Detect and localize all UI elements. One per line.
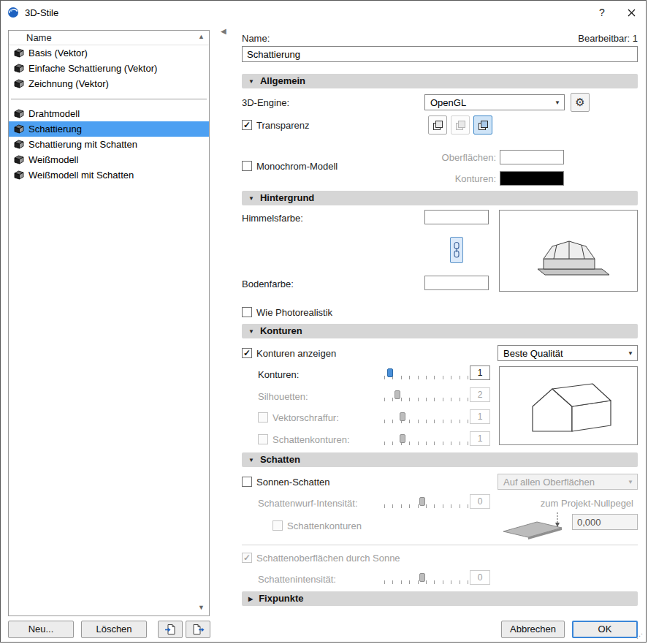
list-item[interactable]: Drahtmodell <box>9 106 209 121</box>
list-item[interactable]: Schattierung <box>9 121 209 137</box>
resize-grip[interactable]: ⋰ <box>636 633 644 640</box>
close-button[interactable] <box>617 1 646 24</box>
sky-color-swatch[interactable] <box>424 210 489 224</box>
vector-hatch-value[interactable]: 1 <box>470 409 490 424</box>
scroll-up-icon[interactable]: ▲ <box>198 34 205 40</box>
shadow-contours-slider[interactable] <box>384 434 468 446</box>
shadow-cast-value[interactable]: 0 <box>470 494 490 509</box>
transparency-mode-full-button[interactable] <box>473 115 492 135</box>
style-cube-icon <box>14 79 24 88</box>
list-item-label: Weißmodell mit Schatten <box>28 170 134 181</box>
contours-preview-image <box>499 366 638 445</box>
ground-color-swatch[interactable] <box>424 276 489 290</box>
contours-value[interactable]: 1 <box>470 365 490 380</box>
photorealistic-checkbox[interactable]: Wie Photorealistik <box>242 306 332 318</box>
style-name-input[interactable] <box>242 46 638 62</box>
zero-level-image <box>499 511 566 542</box>
slider-ticks <box>384 442 468 445</box>
quality-dropdown[interactable]: Beste Qualität ▼ <box>498 345 638 361</box>
list-item[interactable]: Basis (Vektor) <box>9 45 209 61</box>
slider-thumb[interactable] <box>394 390 400 399</box>
silhouettes-value[interactable]: 2 <box>470 387 490 402</box>
shadow-surfaces-by-sun-checkbox[interactable]: ✓ Schattenoberflächen durch Sonne <box>242 552 400 564</box>
slider-thumb[interactable] <box>419 573 425 582</box>
list-item-label: Basis (Vektor) <box>28 48 88 58</box>
chevron-down-icon: ▼ <box>554 99 560 106</box>
slider-thumb[interactable] <box>400 434 405 443</box>
list-item[interactable]: Zeichnung (Vektor) <box>9 76 209 91</box>
shadow-intensity-slider[interactable] <box>384 573 468 585</box>
chevron-down-icon: ▼ <box>248 75 254 89</box>
engine-label: 3D-Engine: <box>242 96 289 110</box>
titlebar: 3D-Stile ? <box>1 1 646 24</box>
ok-button[interactable]: OK <box>572 621 638 638</box>
zero-level-input[interactable] <box>572 514 638 530</box>
show-contours-checkbox[interactable]: ✓ Konturen anzeigen <box>242 347 336 359</box>
shadow-surfaces-value: Auf allen Oberflächen <box>503 477 595 488</box>
vector-hatch-slider[interactable] <box>384 412 468 424</box>
silhouettes-slider[interactable] <box>384 390 468 402</box>
section-allgemein[interactable]: ▼Allgemein <box>242 74 638 88</box>
shadow-contours-checkbox[interactable]: Schattenkonturen: <box>258 433 350 445</box>
project-zero-label: zum Projekt-Nullpegel <box>541 496 633 511</box>
help-button[interactable]: ? <box>587 1 617 24</box>
monochrom-checkbox[interactable]: Monochrom-Modell <box>242 160 338 172</box>
contours-slider[interactable] <box>384 368 468 380</box>
vector-hatch-checkbox[interactable]: Vektorschraffur: <box>258 412 339 423</box>
engine-settings-button[interactable]: ⚙ <box>571 93 590 112</box>
chain-link-icon <box>453 241 460 259</box>
style-cube-icon <box>14 109 24 118</box>
shadow-cast-slider[interactable] <box>384 497 468 509</box>
cancel-button[interactable]: Abbrechen <box>501 621 565 638</box>
list-item[interactable]: Schattierung mit Schatten <box>9 137 209 152</box>
engine-value: OpenGL <box>430 97 466 108</box>
section-hintergrund[interactable]: ▼Hintergrund <box>242 191 638 205</box>
panel-collapse-icon[interactable]: ◀ <box>221 27 226 35</box>
slider-thumb[interactable] <box>400 412 405 421</box>
sun-shadows-checkbox[interactable]: Sonnen-Schatten <box>242 476 329 488</box>
shadow-intensity-value[interactable]: 0 <box>470 570 490 585</box>
slider-thumb[interactable] <box>387 368 393 377</box>
checkbox-box: ✓ <box>242 120 252 130</box>
import-style-button[interactable] <box>158 621 183 638</box>
list-item[interactable]: Weißmodell mit Schatten <box>9 167 209 183</box>
slider-ticks <box>384 504 468 508</box>
list-item-label: Drahtmodell <box>28 108 80 119</box>
shadow-surfaces-by-sun-label: Schattenoberflächen durch Sonne <box>256 553 400 564</box>
ground-color-label: Bodenfarbe: <box>242 277 294 292</box>
section-konturen[interactable]: ▼Konturen <box>242 324 638 338</box>
section-schatten[interactable]: ▼Schatten <box>242 452 638 467</box>
checkbox-box <box>258 434 268 444</box>
export-style-button[interactable] <box>186 621 210 638</box>
list-item-label: Weißmodell <box>28 154 78 165</box>
shadow-contours-2-checkbox[interactable]: Schattenkonturen <box>272 520 362 531</box>
list-item[interactable]: Einfache Schattierung (Vektor) <box>9 61 209 76</box>
list-header-name[interactable]: Name <box>9 31 209 45</box>
transparenz-checkbox[interactable]: ✓ Transparenz <box>242 119 310 131</box>
list-item[interactable]: Weißmodell <box>9 152 209 167</box>
slider-thumb[interactable] <box>419 497 425 506</box>
name-label: Name: <box>242 31 270 46</box>
list-item-label: Schattierung <box>28 124 82 135</box>
shadow-contours-value[interactable]: 1 <box>470 431 490 446</box>
delete-button[interactable]: Löschen <box>81 621 147 638</box>
list-item-label: Einfache Schattierung (Vektor) <box>28 63 157 74</box>
scroll-down-icon[interactable]: ▼ <box>198 605 205 611</box>
surfaces-color-swatch[interactable] <box>500 150 564 164</box>
shadow-surfaces-dropdown[interactable]: Auf allen Oberflächen ▼ <box>498 474 638 490</box>
new-button[interactable]: Neu... <box>8 621 74 638</box>
shadow-contours-2-label: Schattenkonturen <box>287 520 362 531</box>
section-fixpunkte[interactable]: ▶Fixpunkte <box>242 591 638 606</box>
checkbox-box: ✓ <box>242 348 252 358</box>
app-icon <box>7 7 19 18</box>
checkbox-box <box>242 477 252 487</box>
contours-color-swatch[interactable] <box>500 171 564 186</box>
transparency-mode-none-button[interactable] <box>428 115 447 135</box>
layers-icon <box>454 119 467 132</box>
engine-dropdown[interactable]: OpenGL ▼ <box>424 94 565 110</box>
transparency-mode-simple-button[interactable] <box>451 115 470 135</box>
list-separator <box>9 91 209 106</box>
link-colors-button[interactable] <box>450 237 463 263</box>
style-cube-icon <box>14 155 24 164</box>
slider-ticks <box>384 580 468 584</box>
